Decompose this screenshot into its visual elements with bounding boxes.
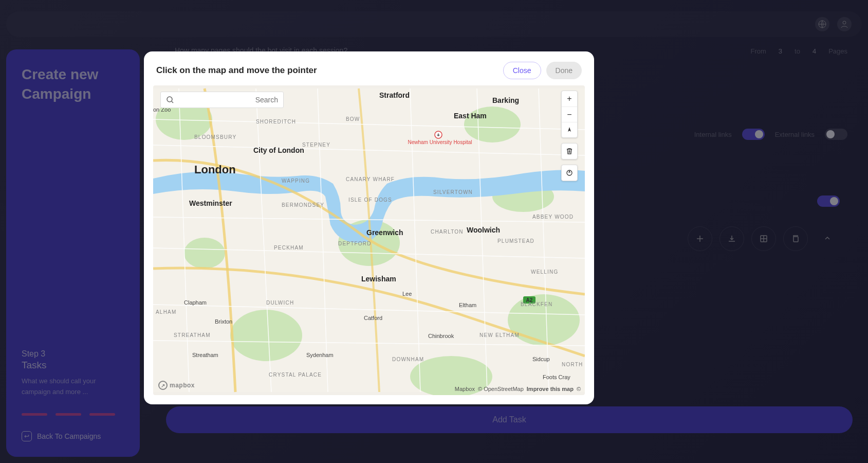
svg-text:Greenwich: Greenwich — [366, 228, 403, 237]
svg-text:BOW: BOW — [346, 116, 360, 122]
svg-text:Lee: Lee — [402, 291, 412, 297]
svg-text:Woolwich: Woolwich — [467, 226, 500, 234]
svg-text:Catford: Catford — [364, 315, 382, 321]
attrib-mapbox[interactable]: Mapbox — [455, 386, 475, 392]
svg-text:East Ham: East Ham — [454, 112, 487, 120]
mapbox-icon: ↗ — [158, 381, 168, 390]
svg-text:CANARY WHARF: CANARY WHARF — [346, 176, 395, 182]
svg-text:Foots Cray: Foots Cray — [543, 374, 570, 380]
zoom-group: + − — [561, 91, 578, 138]
svg-text:BERMONDSEY: BERMONDSEY — [282, 202, 324, 208]
svg-text:Barking: Barking — [492, 96, 519, 104]
map-controls: + − — [561, 91, 578, 181]
svg-text:BLACKFEN: BLACKFEN — [521, 301, 552, 307]
modal-actions: Close Done — [503, 62, 582, 79]
svg-text:DEPTFORD: DEPTFORD — [338, 241, 372, 246]
map-logo: ↗ mapbox — [158, 381, 195, 390]
attrib-improve[interactable]: Improve this map — [527, 386, 574, 392]
svg-text:CHARLTON: CHARLTON — [431, 229, 464, 235]
modal-header: Click on the map and move the pointer Cl… — [144, 51, 594, 85]
attrib-osm[interactable]: © OpenStreetMap — [478, 386, 524, 392]
svg-text:ISLE OF DOGS: ISLE OF DOGS — [348, 197, 392, 203]
modal-title: Click on the map and move the pointer — [156, 65, 317, 76]
svg-text:NORTH CRAY: NORTH CRAY — [562, 362, 585, 367]
locate-icon[interactable] — [562, 165, 577, 181]
trash-icon[interactable] — [562, 144, 577, 159]
map-attribution: Mapbox © OpenStreetMap Improve this map … — [455, 386, 581, 392]
svg-text:Streatham: Streatham — [192, 352, 218, 358]
svg-text:Clapham: Clapham — [184, 299, 207, 306]
svg-text:PECKHAM: PECKHAM — [274, 245, 304, 251]
map-search[interactable] — [160, 92, 284, 108]
svg-text:Chinbrook: Chinbrook — [428, 333, 454, 339]
svg-point-6 — [230, 310, 302, 361]
search-icon — [166, 96, 174, 104]
svg-text:WELLING: WELLING — [531, 269, 558, 275]
svg-text:Brixton: Brixton — [215, 318, 232, 325]
svg-text:CRYSTAL PALACE: CRYSTAL PALACE — [269, 372, 322, 378]
svg-text:Newham University Hospital: Newham University Hospital — [408, 139, 472, 145]
svg-text:NEW ELTHAM: NEW ELTHAM — [479, 332, 520, 338]
map-canvas[interactable]: A2 + London Westminster City of London S… — [153, 85, 585, 395]
svg-text:SHOREDITCH: SHOREDITCH — [256, 119, 296, 124]
svg-text:STREATHAM: STREATHAM — [174, 332, 211, 338]
svg-text:London: London — [194, 163, 236, 176]
svg-text:SILVERTOWN: SILVERTOWN — [433, 189, 473, 195]
svg-text:ALHAM: ALHAM — [156, 309, 176, 315]
zoom-out-button[interactable]: − — [562, 106, 577, 122]
svg-text:WAPPING: WAPPING — [282, 178, 310, 184]
locate-group — [561, 165, 578, 181]
attrib-c: © — [577, 386, 581, 392]
modal-overlay[interactable]: Click on the map and move the pointer Cl… — [0, 0, 868, 463]
svg-text:BLOOMSBURY: BLOOMSBURY — [194, 134, 236, 140]
svg-text:Westminster: Westminster — [189, 199, 232, 207]
svg-text:Eltham: Eltham — [459, 302, 476, 308]
zoom-in-button[interactable]: + — [562, 91, 577, 106]
svg-text:DOWNHAM: DOWNHAM — [392, 357, 424, 362]
compass-button[interactable] — [562, 122, 577, 137]
mapbox-label: mapbox — [170, 382, 195, 389]
svg-text:Lewisham: Lewisham — [361, 275, 396, 283]
svg-text:DULWICH: DULWICH — [266, 300, 294, 306]
svg-text:ABBEY WOOD: ABBEY WOOD — [532, 214, 574, 220]
svg-text:PLUMSTEAD: PLUMSTEAD — [497, 238, 534, 244]
svg-text:Sydenham: Sydenham — [306, 352, 334, 358]
close-button[interactable]: Close — [503, 62, 541, 79]
svg-text:+: + — [437, 132, 440, 138]
svg-text:Stratford: Stratford — [379, 91, 410, 99]
svg-text:STEPNEY: STEPNEY — [302, 142, 330, 148]
svg-text:City of London: City of London — [253, 146, 304, 154]
svg-point-61 — [167, 97, 172, 102]
svg-text:Sidcup: Sidcup — [532, 356, 550, 362]
search-input[interactable] — [178, 96, 278, 104]
trash-group — [561, 143, 578, 159]
svg-point-11 — [184, 238, 225, 269]
done-button[interactable]: Done — [546, 62, 582, 79]
map-modal: Click on the map and move the pointer Cl… — [144, 51, 594, 404]
map-svg: A2 + London Westminster City of London S… — [153, 85, 585, 395]
